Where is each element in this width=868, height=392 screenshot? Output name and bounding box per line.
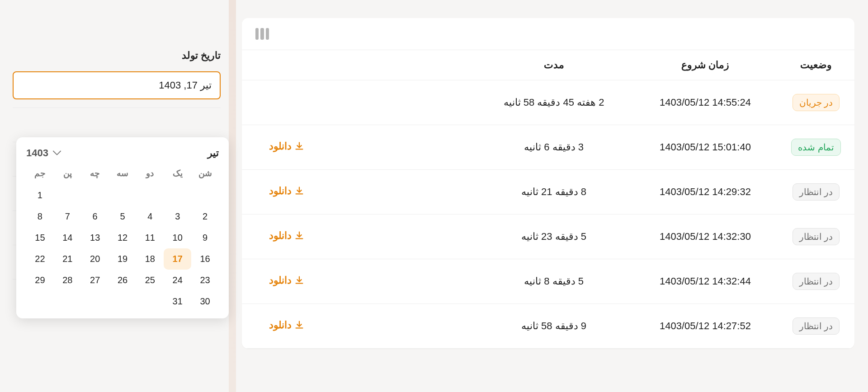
datepicker-day[interactable]: 2 <box>191 206 219 227</box>
datepicker-day[interactable]: 14 <box>54 227 81 248</box>
cell-start-time: 1403/05/12 14:32:44 <box>633 275 778 287</box>
status-badge: در انتظار <box>793 273 840 290</box>
datepicker-day[interactable]: 7 <box>54 206 81 227</box>
cell-start-time: 1403/05/12 14:29:32 <box>633 186 778 198</box>
card-header <box>242 18 854 50</box>
datepicker-row: 16171819202122 <box>26 248 219 270</box>
table-row: در انتظار1403/05/12 14:32:445 دقیقه 8 ثا… <box>242 259 854 304</box>
download-button[interactable]: دانلود <box>269 185 304 197</box>
datepicker-day[interactable]: 19 <box>109 248 137 270</box>
datepicker-empty <box>81 291 109 312</box>
datepicker-day[interactable]: 4 <box>136 206 164 227</box>
datepicker-row: 3031 <box>26 291 219 312</box>
datepicker-grid: 1234567891011121314151617181920212223242… <box>26 185 219 312</box>
datepicker-year-select[interactable]: 1403 <box>26 147 61 159</box>
datepicker-day[interactable]: 13 <box>81 227 109 248</box>
download-button[interactable]: دانلود <box>269 230 304 242</box>
datepicker-day[interactable]: 29 <box>26 270 54 291</box>
cell-download: دانلود <box>242 230 475 243</box>
cell-duration: 9 دقیقه 58 ثانیه <box>475 320 633 332</box>
status-badge: در انتظار <box>793 183 840 201</box>
weekday-label: سه <box>109 165 137 181</box>
datepicker-day[interactable]: 22 <box>26 248 54 270</box>
status-badge: در انتظار <box>793 228 840 245</box>
datepicker-day[interactable]: 9 <box>191 227 219 248</box>
col-header-duration: مدت <box>475 59 633 71</box>
status-badge: در انتظار <box>793 317 840 335</box>
datepicker-row: 1 <box>26 185 219 206</box>
datepicker-row: 23242526272829 <box>26 270 219 291</box>
table-row: تمام شده1403/05/12 15:01:403 دقیقه 6 ثان… <box>242 125 854 170</box>
datepicker-empty <box>26 291 54 312</box>
datepicker-day[interactable]: 18 <box>136 248 164 270</box>
datepicker-day[interactable]: 11 <box>136 227 164 248</box>
decorative-strip <box>229 0 236 392</box>
datepicker-empty <box>164 185 191 206</box>
cell-download: دانلود <box>242 185 475 199</box>
table-row: در جریان1403/05/12 14:55:242 هفته 45 دقی… <box>242 80 854 125</box>
download-button[interactable]: دانلود <box>269 140 304 152</box>
col-header-start: زمان شروع <box>633 59 778 71</box>
datepicker-day[interactable]: 28 <box>54 270 81 291</box>
download-button[interactable]: دانلود <box>269 275 304 286</box>
datepicker-day[interactable]: 26 <box>109 270 137 291</box>
weekday-label: یک <box>164 165 191 181</box>
datepicker-day[interactable]: 20 <box>81 248 109 270</box>
datepicker-empty <box>81 185 109 206</box>
cell-status: در انتظار <box>778 317 854 335</box>
weekday-label: پن <box>54 165 81 181</box>
datepicker-day[interactable]: 1 <box>26 185 54 206</box>
birthdate-input[interactable] <box>13 71 221 99</box>
col-header-status: وضعیت <box>778 59 854 71</box>
datepicker-day[interactable]: 6 <box>81 206 109 227</box>
table-row: در انتظار1403/05/12 14:32:305 دقیقه 23 ث… <box>242 215 854 259</box>
datepicker-empty <box>136 291 164 312</box>
download-icon <box>294 186 304 196</box>
datepicker-header: تیر 1403 <box>26 147 219 159</box>
datepicker-day[interactable]: 30 <box>191 291 219 312</box>
cell-duration: 5 دقیقه 8 ثانیه <box>475 275 633 287</box>
datepicker-day[interactable]: 3 <box>164 206 191 227</box>
datepicker-day[interactable]: 15 <box>26 227 54 248</box>
datepicker-day[interactable]: 5 <box>109 206 137 227</box>
download-icon <box>294 231 304 241</box>
datepicker-empty <box>136 185 164 206</box>
datepicker-empty <box>54 185 81 206</box>
status-badge: تمام شده <box>791 139 841 156</box>
datepicker-day[interactable]: 27 <box>81 270 109 291</box>
cell-duration: 8 دقیقه 21 ثانیه <box>475 186 633 198</box>
jobs-card: وضعیت زمان شروع مدت در جریان1403/05/12 1… <box>242 18 854 349</box>
datepicker-day[interactable]: 17 <box>164 248 191 270</box>
chevron-down-icon <box>53 150 61 156</box>
datepicker-day[interactable]: 12 <box>109 227 137 248</box>
table-body: در جریان1403/05/12 14:55:242 هفته 45 دقی… <box>242 80 854 349</box>
datepicker-day[interactable]: 21 <box>54 248 81 270</box>
cell-status: در انتظار <box>778 228 854 245</box>
datepicker-year: 1403 <box>26 147 48 159</box>
weekday-label: دو <box>136 165 164 181</box>
weekday-label: چه <box>81 165 109 181</box>
cell-duration: 3 دقیقه 6 ثانیه <box>475 141 633 153</box>
cell-start-time: 1403/05/12 15:01:40 <box>633 141 778 153</box>
table-row: در انتظار1403/05/12 14:27:529 دقیقه 58 ث… <box>242 304 854 349</box>
datepicker-day[interactable]: 31 <box>164 291 191 312</box>
cell-download: دانلود <box>242 275 475 288</box>
cell-start-time: 1403/05/12 14:55:24 <box>633 97 778 108</box>
datepicker-day[interactable]: 10 <box>164 227 191 248</box>
datepicker-day[interactable]: 8 <box>26 206 54 227</box>
datepicker-day[interactable]: 23 <box>191 270 219 291</box>
table-row: در انتظار1403/05/12 14:29:328 دقیقه 21 ث… <box>242 170 854 215</box>
datepicker-weekdays: شنیکدوسهچهپنجم <box>26 165 219 181</box>
col-header-download <box>242 59 475 71</box>
datepicker-row: 2345678 <box>26 206 219 227</box>
datepicker-empty <box>54 291 81 312</box>
status-badge: در جریان <box>793 94 840 111</box>
columns-icon[interactable] <box>255 28 269 40</box>
datepicker-day[interactable]: 16 <box>191 248 219 270</box>
weekday-label: جم <box>26 165 54 181</box>
download-icon <box>294 141 304 151</box>
datepicker-day[interactable]: 25 <box>136 270 164 291</box>
download-button[interactable]: دانلود <box>269 319 304 331</box>
datepicker-day[interactable]: 24 <box>164 270 191 291</box>
datepicker-month: تیر <box>208 147 219 159</box>
